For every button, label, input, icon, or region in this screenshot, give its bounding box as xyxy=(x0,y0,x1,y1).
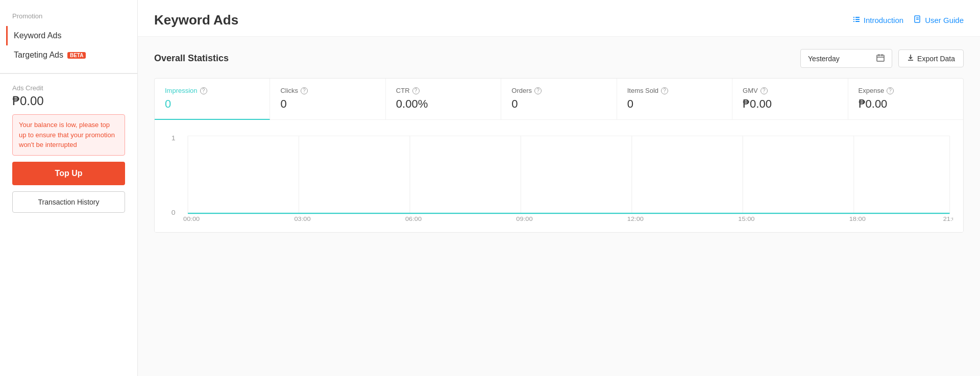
targeting-ads-label: Targeting Ads xyxy=(14,51,63,60)
sidebar-item-keyword-ads[interactable]: Keyword Ads xyxy=(6,26,125,45)
svg-text:18:00: 18:00 xyxy=(849,216,866,222)
svg-rect-9 xyxy=(877,55,884,61)
expense-info-icon[interactable]: ? xyxy=(887,87,894,94)
orders-label: Orders ? xyxy=(511,87,606,94)
ads-credit-label-text: Ads Credit ₱0.00 xyxy=(12,84,125,108)
beta-badge: BETA xyxy=(67,52,86,59)
gmv-value: ₱0.00 xyxy=(743,97,837,111)
introduction-label: Introduction xyxy=(864,16,903,24)
clicks-info-icon[interactable]: ? xyxy=(301,87,308,94)
clicks-label: Clicks ? xyxy=(280,87,375,94)
items-sold-value: 0 xyxy=(627,97,722,111)
ctr-label: CTR ? xyxy=(396,87,491,94)
svg-text:06:00: 06:00 xyxy=(405,216,422,222)
impression-info-icon[interactable]: ? xyxy=(200,87,207,94)
export-label: Export Data xyxy=(917,55,955,63)
transaction-history-button[interactable]: Transaction History xyxy=(12,191,125,213)
expense-value: ₱0.00 xyxy=(859,97,953,111)
list-icon xyxy=(852,15,861,25)
sidebar-item-targeting-ads[interactable]: Targeting Ads BETA xyxy=(6,45,125,65)
items-sold-info-icon[interactable]: ? xyxy=(661,87,668,94)
low-balance-warning: Your balance is low, please top up to en… xyxy=(12,114,125,156)
user-guide-label: User Guide xyxy=(925,16,964,24)
orders-info-icon[interactable]: ? xyxy=(534,87,542,94)
svg-text:12:00: 12:00 xyxy=(627,216,644,222)
stats-row: Impression ? 0 Clicks ? 0 CTR xyxy=(155,79,963,120)
sidebar-nav-section: Promotion Keyword Ads Targeting Ads BETA xyxy=(0,0,137,73)
ads-credit-amount: ₱0.00 xyxy=(12,94,125,108)
orders-value: 0 xyxy=(511,97,606,111)
svg-text:21:00: 21:00 xyxy=(943,216,953,222)
ads-credit-label: Ads Credit xyxy=(12,84,125,92)
impression-value: 0 xyxy=(165,97,259,111)
main-content: Keyword Ads Introduction xyxy=(138,0,980,376)
sidebar-section-label: Promotion xyxy=(12,12,125,20)
section-header: Overall Statistics Yesterday xyxy=(154,49,964,68)
stat-clicks[interactable]: Clicks ? 0 xyxy=(270,79,385,119)
svg-rect-4 xyxy=(853,21,854,22)
stat-ctr[interactable]: CTR ? 0.00% xyxy=(386,79,501,119)
stat-impression[interactable]: Impression ? 0 xyxy=(155,79,270,120)
impression-label: Impression ? xyxy=(165,87,259,94)
svg-text:09:00: 09:00 xyxy=(516,216,532,222)
introduction-link[interactable]: Introduction xyxy=(852,15,903,25)
stats-container: Impression ? 0 Clicks ? 0 CTR xyxy=(154,78,964,233)
items-sold-label: Items Sold ? xyxy=(627,87,722,94)
svg-text:00:00: 00:00 xyxy=(183,216,200,222)
export-button[interactable]: Export Data xyxy=(898,49,964,67)
stat-gmv[interactable]: GMV ? ₱0.00 xyxy=(732,79,848,119)
stat-items-sold[interactable]: Items Sold ? 0 xyxy=(617,79,732,119)
svg-text:0: 0 xyxy=(172,209,176,216)
top-up-button[interactable]: Top Up xyxy=(12,162,125,185)
ctr-value: 0.00% xyxy=(396,97,491,111)
sidebar: Promotion Keyword Ads Targeting Ads BETA… xyxy=(0,0,138,376)
chart-area: 1 0 00:00 03:00 xyxy=(155,120,963,232)
gmv-label: GMV ? xyxy=(743,87,837,94)
download-icon xyxy=(907,54,914,63)
svg-rect-1 xyxy=(855,17,860,18)
calendar-icon xyxy=(876,54,885,63)
user-guide-link[interactable]: User Guide xyxy=(914,15,964,25)
ctr-info-icon[interactable]: ? xyxy=(412,87,420,94)
book-icon xyxy=(914,15,922,25)
date-filter-label: Yesterday xyxy=(808,55,840,63)
chart-svg: 1 0 00:00 03:00 xyxy=(165,130,953,222)
gmv-info-icon[interactable]: ? xyxy=(761,87,768,94)
svg-text:03:00: 03:00 xyxy=(294,216,310,222)
stat-expense[interactable]: Expense ? ₱0.00 xyxy=(848,79,963,119)
main-header: Keyword Ads Introduction xyxy=(138,0,980,37)
svg-rect-0 xyxy=(853,17,854,18)
expense-label: Expense ? xyxy=(859,87,953,94)
clicks-value: 0 xyxy=(280,97,375,111)
date-picker-button[interactable]: Yesterday xyxy=(800,49,892,68)
svg-text:15:00: 15:00 xyxy=(738,216,754,222)
stat-orders[interactable]: Orders ? 0 xyxy=(501,79,617,119)
svg-rect-2 xyxy=(853,19,854,20)
ads-credit-section: Ads Credit ₱0.00 Your balance is low, pl… xyxy=(0,74,137,223)
header-links: Introduction User Guide xyxy=(852,15,964,25)
svg-rect-5 xyxy=(855,21,860,22)
content-area: Overall Statistics Yesterday xyxy=(138,37,980,376)
svg-rect-3 xyxy=(855,19,860,20)
section-controls: Yesterday xyxy=(800,49,964,68)
keyword-ads-label: Keyword Ads xyxy=(14,31,61,40)
svg-text:1: 1 xyxy=(172,135,176,142)
page-title: Keyword Ads xyxy=(154,12,238,28)
overall-statistics-title: Overall Statistics xyxy=(154,53,229,64)
